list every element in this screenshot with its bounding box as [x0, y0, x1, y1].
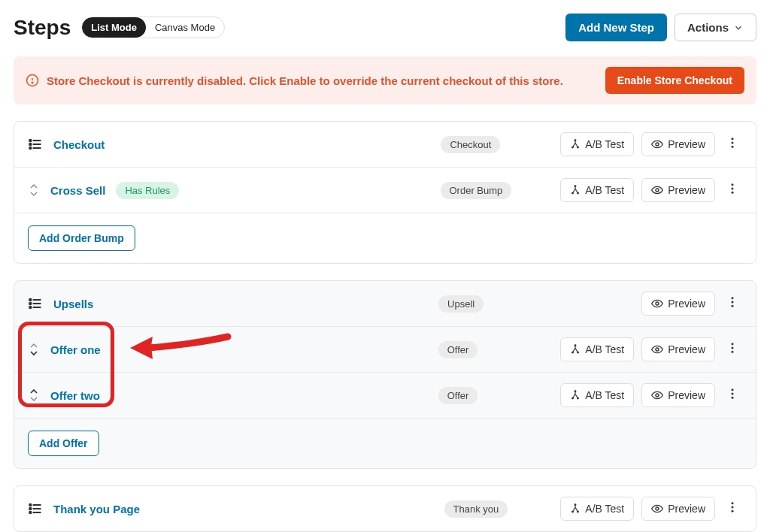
add-order-bump-button[interactable]: Add Order Bump — [28, 225, 135, 251]
svg-point-46 — [732, 397, 734, 399]
svg-point-39 — [732, 351, 734, 353]
top-bar: Steps List Mode Canvas Mode Add New Step… — [14, 14, 756, 41]
svg-point-34 — [572, 352, 574, 353]
svg-point-30 — [732, 297, 734, 299]
svg-point-58 — [732, 506, 734, 509]
step-link[interactable]: Cross Sell — [50, 184, 105, 197]
preview-button[interactable]: Preview — [641, 497, 715, 521]
step-row-thank-you: Thank you Page Thank you A/B Test Previe… — [14, 486, 756, 531]
step-row-offer-two: Offer two Offer A/B Test Preview — [14, 373, 756, 419]
panel-thank-you: Thank you Page Thank you A/B Test Previe… — [14, 485, 756, 532]
more-menu[interactable] — [723, 133, 742, 156]
svg-point-8 — [29, 147, 32, 150]
svg-point-35 — [578, 352, 579, 353]
list-mode-tab[interactable]: List Mode — [82, 17, 146, 38]
mode-toggle: List Mode Canvas Mode — [81, 17, 225, 38]
page-title: Steps — [14, 16, 71, 40]
actions-button[interactable]: Actions — [675, 14, 756, 41]
svg-point-51 — [29, 508, 32, 510]
alert-banner: Store Checkout is currently disabled. Cl… — [14, 56, 756, 104]
svg-point-22 — [732, 192, 734, 194]
add-offer-button[interactable]: Add Offer — [28, 431, 99, 456]
reorder-handle[interactable] — [28, 388, 40, 403]
info-icon — [26, 74, 39, 87]
step-link[interactable]: Upsells — [53, 298, 93, 310]
reorder-handle[interactable] — [28, 183, 40, 198]
svg-point-52 — [29, 512, 32, 514]
svg-point-2 — [32, 82, 33, 83]
svg-point-29 — [656, 302, 659, 305]
svg-point-31 — [732, 301, 734, 304]
svg-point-33 — [574, 345, 576, 346]
eye-icon — [651, 298, 663, 310]
step-row-cross-sell: Cross Sell Has Rules Order Bump A/B Test… — [14, 168, 756, 213]
eye-icon — [651, 389, 663, 401]
svg-point-41 — [572, 397, 574, 399]
svg-point-20 — [732, 183, 734, 186]
eye-icon — [651, 503, 663, 515]
step-row-checkout: Checkout Checkout A/B Test Preview — [14, 122, 756, 168]
ab-test-button[interactable]: A/B Test — [560, 337, 634, 361]
has-rules-badge: Has Rules — [116, 182, 179, 199]
panel-upsells: Upsells Upsell Preview Offer one — [14, 280, 756, 469]
preview-button[interactable]: Preview — [641, 383, 715, 407]
step-link[interactable]: Offer two — [50, 389, 100, 402]
svg-point-13 — [732, 138, 734, 140]
add-offer-row: Add Offer — [14, 419, 756, 468]
chevron-down-icon — [733, 23, 744, 33]
svg-point-7 — [29, 144, 32, 146]
canvas-mode-tab[interactable]: Canvas Mode — [146, 17, 224, 38]
svg-point-18 — [578, 192, 579, 194]
svg-point-43 — [656, 394, 659, 397]
preview-button[interactable]: Preview — [641, 337, 715, 361]
svg-point-17 — [572, 192, 574, 194]
svg-point-27 — [29, 303, 32, 305]
panel-checkout: Checkout Checkout A/B Test Preview — [14, 121, 756, 264]
svg-point-54 — [572, 511, 574, 512]
list-icon — [28, 137, 43, 152]
reorder-handle[interactable] — [28, 342, 40, 357]
svg-point-53 — [574, 504, 576, 506]
eye-icon — [651, 343, 663, 355]
svg-point-14 — [732, 142, 734, 144]
actions-label: Actions — [687, 21, 729, 34]
svg-point-10 — [572, 147, 574, 148]
step-link[interactable]: Thank you Page — [53, 503, 140, 515]
svg-point-6 — [29, 140, 32, 142]
add-order-bump-row: Add Order Bump — [14, 213, 756, 263]
preview-button[interactable]: Preview — [641, 132, 715, 156]
add-new-step-button[interactable]: Add New Step — [565, 14, 667, 41]
svg-point-40 — [574, 391, 576, 392]
step-link[interactable]: Checkout — [53, 138, 105, 151]
step-row-offer-one: Offer one Offer A/B Test Preview — [14, 327, 756, 373]
step-badge: Checkout — [441, 136, 500, 153]
ab-test-icon — [570, 344, 581, 355]
list-icon — [28, 501, 43, 516]
step-link[interactable]: Offer one — [50, 343, 101, 356]
more-menu[interactable] — [723, 338, 742, 361]
more-menu[interactable] — [723, 384, 742, 407]
svg-point-19 — [656, 189, 659, 192]
svg-point-55 — [578, 511, 579, 512]
svg-point-44 — [732, 388, 734, 391]
svg-point-50 — [29, 504, 32, 506]
ab-test-button[interactable]: A/B Test — [560, 497, 634, 521]
more-menu[interactable] — [723, 497, 742, 520]
ab-test-icon — [570, 185, 581, 195]
preview-button[interactable]: Preview — [641, 292, 715, 316]
svg-point-56 — [656, 507, 659, 510]
svg-point-42 — [578, 397, 579, 399]
more-menu[interactable] — [723, 292, 742, 315]
svg-point-32 — [732, 305, 734, 307]
svg-point-16 — [574, 186, 576, 187]
svg-point-45 — [732, 393, 734, 395]
alert-text: Store Checkout is currently disabled. Cl… — [47, 74, 563, 87]
ab-test-button[interactable]: A/B Test — [560, 383, 634, 407]
preview-button[interactable]: Preview — [641, 178, 715, 202]
enable-store-checkout-button[interactable]: Enable Store Checkout — [605, 67, 744, 94]
ab-test-button[interactable]: A/B Test — [560, 178, 634, 202]
ab-test-button[interactable]: A/B Test — [560, 132, 634, 156]
svg-point-11 — [578, 147, 579, 148]
svg-point-9 — [574, 140, 576, 141]
more-menu[interactable] — [723, 179, 742, 201]
